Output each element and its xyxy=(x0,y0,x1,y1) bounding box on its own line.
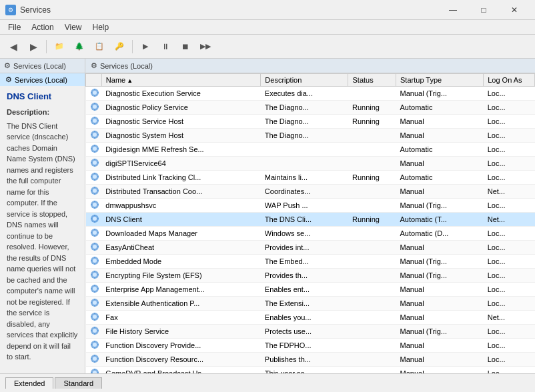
table-row[interactable]: dmwappushsvcWAP Push ...Manual (Trig...L… xyxy=(86,199,535,213)
service-desc-cell: The Diagno... xyxy=(261,101,348,115)
svg-point-27 xyxy=(93,259,97,263)
app-icon: ⚙ xyxy=(5,5,16,15)
menu-file[interactable]: File xyxy=(3,21,26,33)
col-header-startup[interactable]: Startup Type xyxy=(396,74,484,87)
table-row[interactable]: Encrypting File System (EFS)Provides th.… xyxy=(86,269,535,283)
service-startup-cell: Manual (Trig... xyxy=(396,199,484,213)
col-header-icon[interactable] xyxy=(86,74,102,87)
service-name-cell: Encrypting File System (EFS) xyxy=(101,269,260,283)
svg-point-33 xyxy=(93,301,97,305)
service-log-cell: Loc... xyxy=(484,325,535,339)
toolbar-properties[interactable]: 🔑 xyxy=(110,37,129,56)
table-row[interactable]: Extensible Authentication P...The Extens… xyxy=(86,297,535,311)
service-row-icon xyxy=(86,283,102,297)
service-status-cell: Running xyxy=(348,213,396,227)
services-list-table: Name▲ Description Status Startup Type Lo… xyxy=(85,73,535,373)
service-log-cell: Loc... xyxy=(484,339,535,353)
table-row[interactable]: Enterprise App Management...Enables ent.… xyxy=(86,283,535,297)
close-button[interactable]: ✕ xyxy=(499,0,530,20)
service-status-cell xyxy=(348,297,396,311)
toolbar-show-tree[interactable]: 🌲 xyxy=(70,37,89,56)
service-log-cell: Loc... xyxy=(484,353,535,367)
service-name-cell: DNS Client xyxy=(101,213,260,227)
table-row[interactable]: Function Discovery Resourc...Publishes t… xyxy=(86,353,535,367)
col-header-name[interactable]: Name▲ xyxy=(101,74,260,87)
table-row[interactable]: Diagnostic Service HostThe Diagno...Runn… xyxy=(86,115,535,129)
table-row[interactable]: DNS ClientThe DNS Cli...RunningAutomatic… xyxy=(86,213,535,227)
svg-point-39 xyxy=(93,343,97,347)
toolbar-refresh[interactable]: 📋 xyxy=(90,37,109,56)
menu-help[interactable]: Help xyxy=(87,21,115,33)
col-header-log[interactable]: Log On As xyxy=(484,74,535,87)
table-row[interactable]: Embedded ModeThe Embed...Manual (Trig...… xyxy=(86,255,535,269)
service-description: The DNS Client service (dnscache) caches… xyxy=(7,121,78,363)
table-row[interactable]: digiSPTIService64ManualLoc... xyxy=(86,157,535,171)
svg-point-35 xyxy=(93,315,97,319)
left-panel: ⚙ Services (Local) ⚙ Services (Local) DN… xyxy=(0,59,85,373)
svg-point-31 xyxy=(93,287,97,291)
toolbar-pause-service[interactable]: ⏸ xyxy=(156,37,175,56)
service-desc-cell: The FDPHO... xyxy=(261,339,348,353)
left-panel-content[interactable]: ⚙ Services (Local) DNS Client Descriptio… xyxy=(0,73,85,373)
service-name-heading: DNS Client xyxy=(7,91,78,101)
svg-point-7 xyxy=(93,119,97,123)
service-status-cell xyxy=(348,87,396,101)
col-header-desc[interactable]: Description xyxy=(261,74,348,87)
table-row[interactable]: Distributed Link Tracking Cl...Maintains… xyxy=(86,171,535,185)
col-header-status[interactable]: Status xyxy=(348,74,396,87)
toolbar-back[interactable]: ◀ xyxy=(4,37,23,56)
service-startup-cell: Manual xyxy=(396,283,484,297)
maximize-button[interactable]: □ xyxy=(468,0,499,20)
service-row-icon xyxy=(86,171,102,185)
tree-item-services-local[interactable]: ⚙ Services (Local) xyxy=(0,73,85,86)
service-desc-cell: Coordinates... xyxy=(261,185,348,199)
table-row[interactable]: EasyAntiCheatProvides int...ManualLoc... xyxy=(86,241,535,255)
toolbar-stop-service[interactable]: ⏹ xyxy=(176,37,195,56)
toolbar-sep-1 xyxy=(46,40,47,53)
service-desc-cell: Provides int... xyxy=(261,241,348,255)
svg-point-23 xyxy=(93,231,97,235)
table-row[interactable]: Function Discovery Provide...The FDPHO..… xyxy=(86,339,535,353)
service-status-cell xyxy=(348,353,396,367)
service-status-cell xyxy=(348,255,396,269)
table-row[interactable]: Diagnostic Policy ServiceThe Diagno...Ru… xyxy=(86,101,535,115)
toolbar-up-folder[interactable]: 📁 xyxy=(50,37,69,56)
service-row-icon xyxy=(86,87,102,101)
service-startup-cell: Manual xyxy=(396,297,484,311)
table-row[interactable]: GameDVR and Broadcast Us...This user se.… xyxy=(86,367,535,374)
tab-standard[interactable]: Standard xyxy=(55,377,102,389)
minimize-button[interactable]: — xyxy=(438,0,468,20)
service-status-cell xyxy=(348,339,396,353)
service-startup-cell: Manual (Trig... xyxy=(396,255,484,269)
service-startup-cell: Manual xyxy=(396,129,484,143)
table-row[interactable]: FaxEnables you...ManualNet... xyxy=(86,311,535,325)
service-log-cell: Loc... xyxy=(484,367,535,374)
left-panel-header: ⚙ Services (Local) xyxy=(0,59,85,73)
menu-action[interactable]: Action xyxy=(26,21,59,33)
service-name-cell: Extensible Authentication P... xyxy=(101,297,260,311)
service-row-icon xyxy=(86,129,102,143)
table-row[interactable]: Diagnostic System HostThe Diagno...Manua… xyxy=(86,129,535,143)
table-row[interactable]: Diagnostic Execution ServiceExecutes dia… xyxy=(86,87,535,101)
services-table[interactable]: Name▲ Description Status Startup Type Lo… xyxy=(85,73,535,373)
table-row[interactable]: File History ServiceProtects use...Manua… xyxy=(86,325,535,339)
service-status-cell xyxy=(348,185,396,199)
service-name-cell: GameDVR and Broadcast Us... xyxy=(101,367,260,374)
toolbar-start-service[interactable]: ▶ xyxy=(136,37,155,56)
service-row-icon xyxy=(86,157,102,171)
service-log-cell: Loc... xyxy=(484,199,535,213)
toolbar-restart-service[interactable]: ▶▶ xyxy=(196,37,215,56)
table-row[interactable]: Downloaded Maps ManagerWindows se...Auto… xyxy=(86,227,535,241)
toolbar-forward[interactable]: ▶ xyxy=(24,37,43,56)
service-row-icon xyxy=(86,255,102,269)
toolbar-sep-2 xyxy=(132,40,133,53)
svg-point-17 xyxy=(93,189,97,193)
service-name-cell: Diagnostic System Host xyxy=(101,129,260,143)
menu-view[interactable]: View xyxy=(59,21,87,33)
tab-extended[interactable]: Extended xyxy=(5,377,53,389)
service-startup-cell: Manual xyxy=(396,339,484,353)
table-row[interactable]: Digidesign MME Refresh Se...AutomaticLoc… xyxy=(86,143,535,157)
table-row[interactable]: Distributed Transaction Coo...Coordinate… xyxy=(86,185,535,199)
service-status-cell xyxy=(348,367,396,374)
service-desc-cell: Executes dia... xyxy=(261,87,348,101)
